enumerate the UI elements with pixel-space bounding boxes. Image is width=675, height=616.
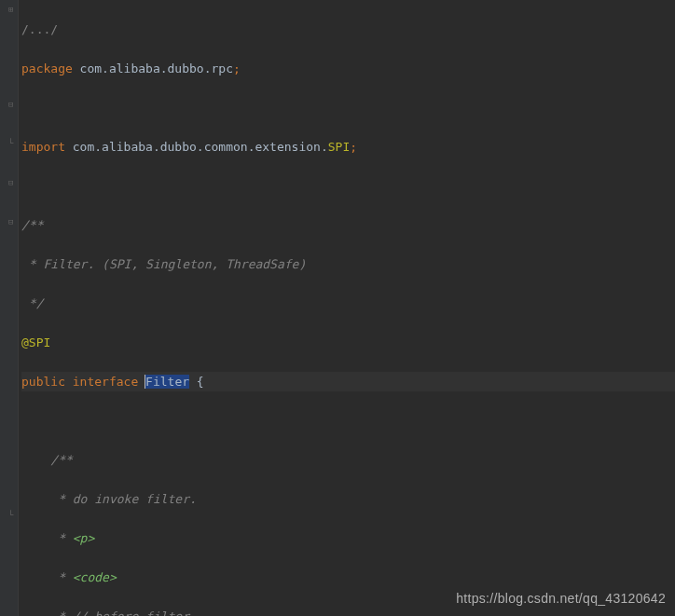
javadoc-markup: <code> <box>73 570 117 584</box>
code-area[interactable]: /.../ package com.alibaba.dubbo.rpc; imp… <box>19 0 675 616</box>
javadoc-line: * <box>21 531 73 545</box>
semicolon: ; <box>350 140 357 154</box>
javadoc-open: /** <box>21 218 43 232</box>
import-class: SPI <box>328 140 350 154</box>
keyword-package: package <box>21 62 73 75</box>
fold-collapse-icon[interactable]: ⊟ <box>8 179 17 187</box>
fold-expand-icon[interactable]: ⊞ <box>8 6 17 14</box>
javadoc-close: */ <box>21 296 43 310</box>
brace-open: { <box>189 375 204 389</box>
code-editor[interactable]: ⊞ ⊟ └ ⊟ ⊟ └ /.../ package com.alibaba.du… <box>0 0 675 616</box>
semicolon: ; <box>233 62 241 75</box>
keyword-import: import <box>21 140 65 154</box>
javadoc-line: * do invoke filter. <box>21 492 197 506</box>
fold-end-icon: └ <box>8 140 17 148</box>
javadoc-line: * Filter. (SPI, Singleton, ThreadSafe) <box>21 257 306 271</box>
javadoc-open: /** <box>21 453 73 467</box>
watermark-text: https://blog.csdn.net/qq_43120642 <box>456 589 666 609</box>
fold-collapse-icon[interactable]: ⊟ <box>8 218 17 226</box>
keyword-public: public <box>21 375 73 389</box>
javadoc-line: * // before filter <box>21 609 189 616</box>
fold-collapse-icon[interactable]: ⊟ <box>8 101 17 109</box>
package-name: com.alibaba.dubbo.rpc <box>73 62 233 75</box>
javadoc-line: * <box>21 570 73 584</box>
selection-filter: Filter <box>145 375 189 389</box>
fold-end-icon: └ <box>8 512 17 520</box>
annotation-spi: @SPI <box>21 335 50 349</box>
javadoc-markup: <p> <box>73 531 94 545</box>
gutter: ⊞ ⊟ └ ⊟ ⊟ └ <box>0 0 19 616</box>
keyword-interface: interface <box>73 375 145 389</box>
folded-region[interactable]: /.../ <box>21 22 58 36</box>
import-path: com.alibaba.dubbo.common.extension. <box>65 140 328 154</box>
